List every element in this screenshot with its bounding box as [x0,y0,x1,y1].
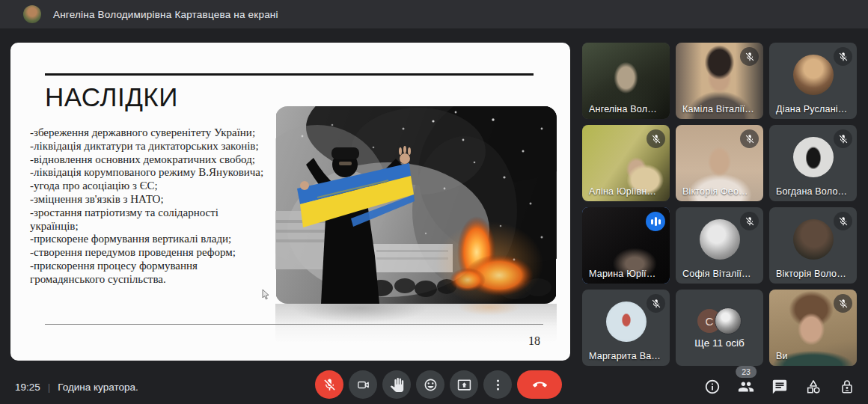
mic-off-icon [647,129,665,148]
mic-off-icon [647,294,665,313]
slide-body-line: -збереження державного суверенітету Укра… [30,126,280,140]
raise-hand-button[interactable] [382,370,411,399]
participant-name: Богдана Воло… [776,186,847,197]
slide-body-line: -прискорення процесу формування [30,260,280,273]
participant-tile-viktoria-feo[interactable]: Вікторія Фео… [676,125,763,201]
slide-bottom-rule [45,324,543,325]
participant-name: Аліна Юріївн… [589,186,656,197]
participant-tile-alina[interactable]: Аліна Юріївн… [582,125,670,201]
speaking-indicator-icon [646,212,665,231]
mic-off-icon [740,212,759,230]
participant-tile-viktoria-volo[interactable]: Вікторія Воло… [769,207,857,284]
participant-tile-kamila[interactable]: Каміла Віталії… [676,43,763,119]
slide-body-line: -зміцнення зв'язків з НАТО; [30,193,280,206]
slide-body-line: -ліквідація диктатури та диктаторських з… [30,140,280,153]
participant-name: Софія Віталії… [682,269,751,279]
overflow-count-label: Ще 11 осіб [676,337,763,349]
avatar [715,307,742,334]
slide-body-line: громадянського суспільства. [30,273,280,287]
avatar [793,219,834,260]
clock-time: 19:25 [15,382,40,393]
presenting-status-text: Ангеліна Володимирівна Картавцева на екр… [53,9,278,20]
meeting-details-button[interactable] [704,379,721,395]
mic-off-icon [740,129,759,148]
avatar [606,302,647,342]
slide-body-line: -прискорене формування вертикалі влади; [30,233,280,246]
participant-tile-bogdana[interactable]: Богдана Воло… [769,125,857,201]
participant-name: Маргарита Ва… [589,351,661,361]
divider: | [48,382,51,393]
participant-tile-you[interactable]: Ви [769,290,857,366]
participant-tile-margarita[interactable]: Маргарита Ва… [582,290,670,366]
mic-off-icon [740,47,759,66]
avatar [700,219,740,260]
participant-tile-marina-speaking[interactable]: Марина Юрії… [582,207,670,284]
meeting-name: Година куратора. [58,382,138,393]
presenter-avatar [23,5,41,23]
slide-body-line: українців; [30,220,280,233]
participants-grid: Ангеліна Вол… Каміла Віталії… Діана Русл… [582,43,857,366]
participant-name: Ви [776,351,788,361]
more-options-button[interactable] [483,370,512,399]
reactions-button[interactable] [416,370,444,399]
slide-body-line: -зростання патріотизму та солідарності [30,206,280,220]
slide-title: НАСЛІДКИ [45,82,178,112]
slide-body-line: -угода про асоціацію з ЄС; [30,180,280,193]
avatar [793,55,834,95]
leave-call-button[interactable] [517,370,562,399]
slide-body-line: -відновлення основних демократичних своб… [30,153,280,167]
participant-tile-diana[interactable]: Діана Руслані… [769,43,857,119]
host-controls-button[interactable] [839,379,855,395]
slide-page-number: 18 [528,334,540,348]
participant-name: Діана Руслані… [776,104,847,114]
call-controls [315,370,562,399]
present-screen-button[interactable] [450,370,478,399]
presenting-banner: Ангеліна Володимирівна Картавцева на екр… [0,0,868,28]
avatar [793,137,834,177]
shared-screen-slide: НАСЛІДКИ -збереження державного суверені… [10,43,570,361]
participant-name: Вікторія Воло… [776,269,846,279]
mic-off-icon [834,212,852,230]
mic-off-icon [834,129,852,148]
slide-body: -збереження державного суверенітету Укра… [30,126,280,287]
people-panel-button[interactable]: 23 [738,379,754,395]
slide-photo-reflection [275,304,557,347]
participant-tile-sofia[interactable]: Софія Віталії… [676,207,763,284]
participant-count-badge: 23 [736,366,757,378]
meeting-info: 19:25 | Година куратора. [15,382,138,393]
mic-off-icon [834,47,852,66]
participant-name: Марина Юрії… [589,269,656,279]
participant-tile-overflow[interactable]: C Ще 11 осіб [676,290,763,366]
mic-toggle-button[interactable] [315,370,343,399]
participant-tile-angelina[interactable]: Ангеліна Вол… [582,43,670,119]
activities-button[interactable] [805,379,822,395]
slide-photo-maidan-protest [275,106,557,304]
camera-toggle-button[interactable] [349,370,377,399]
side-panel-buttons: 23 [704,379,855,395]
participant-name: Каміла Віталії… [682,104,754,114]
slide-top-rule [45,73,534,76]
slide-body-line: -ліквідація корумпованого режиму В.Януко… [30,166,280,180]
participant-name: Ангеліна Вол… [589,104,657,114]
participant-name: Вікторія Фео… [682,186,748,197]
slide-body-line: -створення передумов проведення реформ; [30,246,280,260]
overflow-avatars: C [676,307,763,334]
mic-off-icon [834,294,852,313]
chat-panel-button[interactable] [771,379,788,395]
mouse-cursor-icon [262,289,270,300]
